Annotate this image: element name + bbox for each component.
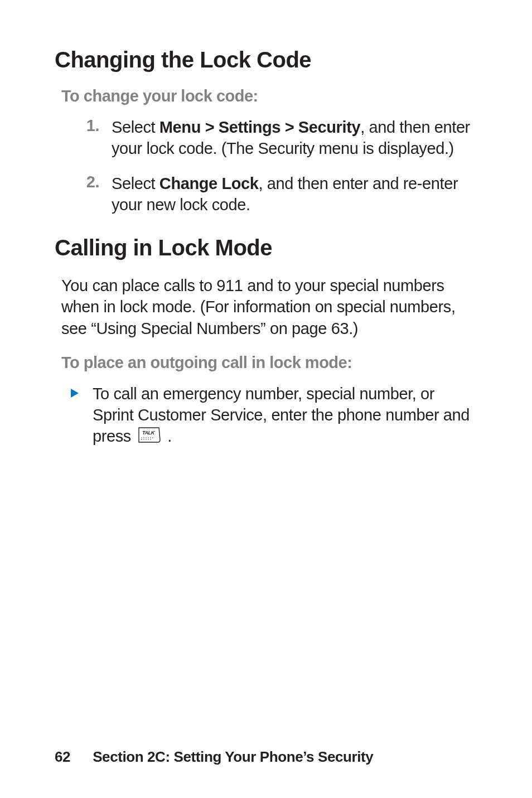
talk-key-icon: TALK xyxy=(138,427,161,448)
svg-marker-0 xyxy=(71,389,79,398)
svg-text:TALK: TALK xyxy=(142,430,156,436)
intro-paragraph: You can place calls to 911 and to your s… xyxy=(61,275,477,339)
page-number: 62 xyxy=(55,748,70,765)
heading-calling-lock-mode: Calling in Lock Mode xyxy=(55,235,477,260)
bullet-text-part2: . xyxy=(163,427,172,445)
footer-section-label: Section 2C: Setting Your Phone’s Securit… xyxy=(93,748,373,765)
page-footer: 62Section 2C: Setting Your Phone’s Secur… xyxy=(55,748,373,766)
page-container: Changing the Lock Code To change your lo… xyxy=(0,0,532,798)
step-1: 1. Select Menu > Settings > Security, an… xyxy=(71,117,477,159)
heading-changing-lock-code: Changing the Lock Code xyxy=(55,47,477,72)
bullet-item: To call an emergency number, special num… xyxy=(70,383,477,449)
step-body: Select Menu > Settings > Security, and t… xyxy=(112,117,477,159)
step-text-bold: Menu > Settings > Security xyxy=(159,118,360,136)
step-text-pre: Select xyxy=(112,118,159,136)
step-number: 2. xyxy=(71,173,99,216)
step-2: 2. Select Change Lock, and then enter an… xyxy=(71,173,477,216)
subhead-change-code: To change your lock code: xyxy=(61,87,477,105)
step-text-bold: Change Lock xyxy=(159,175,259,192)
step-body: Select Change Lock, and then enter and r… xyxy=(112,173,477,216)
step-text-pre: Select xyxy=(112,175,159,192)
step-number: 1. xyxy=(71,117,99,159)
bullet-body: To call an emergency number, special num… xyxy=(93,383,477,449)
subhead-outgoing-call: To place an outgoing call in lock mode: xyxy=(61,354,477,372)
triangle-bullet-icon xyxy=(70,388,79,449)
